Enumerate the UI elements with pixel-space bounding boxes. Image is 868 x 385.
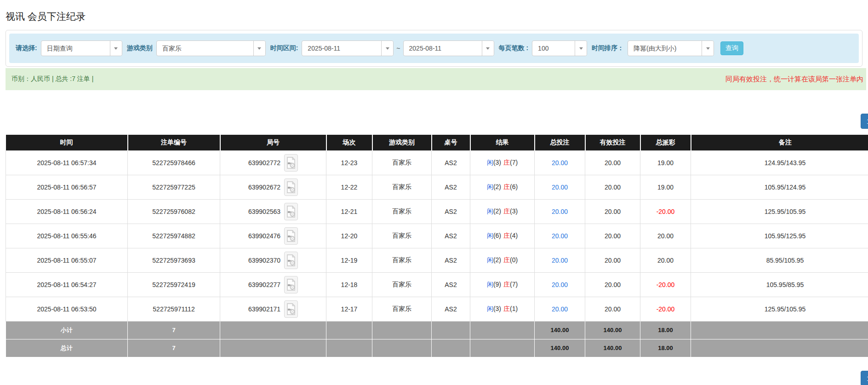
cell-bet-id: 522725976082 [128, 199, 220, 224]
grand-total-total-bet: 140.00 [535, 339, 585, 357]
cell-table-no: AS2 [432, 224, 470, 248]
video-replay-button[interactable] [284, 227, 298, 245]
result-player-count: (2) [493, 256, 501, 264]
result-banker-count: (0) [510, 256, 518, 264]
cell-result: 闲(9)庄(7) [470, 272, 535, 297]
cell-round: 639902370 [220, 248, 326, 272]
empty-cell [220, 321, 326, 339]
cell-time: 2025-08-11 06:53:50 [6, 297, 128, 321]
summary-text: 币别：人民币 | 总共 :7 注单 | [11, 75, 93, 83]
result-banker-count: (7) [510, 159, 518, 166]
cell-bet-id: 522725974882 [128, 224, 220, 248]
result-player: 闲 [487, 305, 493, 312]
cell-game-type: 百家乐 [372, 248, 432, 272]
cell-table-no: AS2 [432, 272, 470, 297]
cell-round: 639902672 [220, 175, 326, 199]
cell-total-bet: 20.00 [535, 199, 585, 224]
empty-cell [326, 321, 372, 339]
chevron-down-icon [575, 41, 587, 56]
result-player: 闲 [487, 281, 493, 288]
cell-game-type: 百家乐 [372, 297, 432, 321]
sort-select[interactable]: 降冪(由大到小) [628, 40, 714, 56]
video-replay-button[interactable] [284, 154, 298, 172]
result-player: 闲 [487, 232, 493, 239]
cell-round: 639902171 [220, 297, 326, 321]
date-to-input[interactable]: 2025-08-11 [403, 40, 494, 56]
date-separator: ~ [396, 45, 400, 52]
cell-payout: -20.00 [640, 297, 691, 321]
pagination-page-1[interactable]: 1 [861, 371, 868, 385]
sort-value: 降冪(由大到小) [628, 41, 702, 56]
table-row: 2025-08-11 06:55:07 522725973693 6399023… [6, 248, 868, 272]
game-type-select[interactable]: 百家乐 [156, 40, 266, 56]
cell-valid-bet: 20.00 [585, 272, 640, 297]
result-banker: 庄 [503, 159, 510, 166]
table-row: 2025-08-11 06:55:46 522725974882 6399024… [6, 224, 868, 248]
column-header: 局号 [220, 135, 326, 150]
date-from-input[interactable]: 2025-08-11 [302, 40, 394, 56]
cell-bet-id: 522725972419 [128, 272, 220, 297]
column-header: 时间 [6, 135, 128, 150]
table-row: 2025-08-11 06:56:24 522725976082 6399025… [6, 199, 868, 224]
cell-table-no: AS2 [432, 297, 470, 321]
column-header: 注单编号 [128, 135, 220, 150]
result-player-count: (2) [493, 207, 501, 215]
per-page-value: 100 [532, 41, 575, 56]
round-number: 639902672 [248, 184, 280, 191]
result-player-count: (9) [493, 281, 501, 288]
pagination-page-1[interactable]: 1 [861, 114, 868, 129]
total-bet-link[interactable]: 20.00 [552, 159, 568, 167]
round-number: 639902563 [248, 208, 280, 215]
cell-table-no: AS2 [432, 248, 470, 272]
subtotal-payout: 18.00 [640, 321, 691, 339]
cell-round: 639902772 [220, 150, 326, 175]
sort-label: 时间排序： [592, 44, 624, 52]
subtotal-label: 小计 [6, 321, 128, 339]
total-bet-link[interactable]: 20.00 [552, 281, 568, 288]
table-row: 2025-08-11 06:53:50 522725971112 6399021… [6, 297, 868, 321]
empty-cell [691, 339, 868, 357]
filter-panel: 请选择: 日期查询 游戏类别 百家乐 时间区间: 2025-08-11 ~ 20… [6, 30, 862, 67]
video-file-icon [286, 230, 296, 242]
video-file-icon [286, 157, 296, 169]
video-replay-button[interactable] [284, 178, 298, 196]
cell-result: 闲(6)庄(4) [470, 224, 535, 248]
video-file-icon [286, 206, 296, 218]
cell-total-bet: 20.00 [535, 248, 585, 272]
cell-table-no: AS2 [432, 175, 470, 199]
cell-remark: 105.95/85.95 [691, 272, 868, 297]
video-file-icon [286, 181, 296, 193]
total-bet-link[interactable]: 20.00 [552, 257, 568, 264]
result-player: 闲 [487, 207, 493, 215]
round-number: 639902476 [248, 232, 280, 240]
cell-time: 2025-08-11 06:57:34 [6, 150, 128, 175]
result-banker: 庄 [503, 232, 510, 239]
column-header: 备注 [691, 135, 868, 150]
video-replay-button[interactable] [284, 300, 298, 318]
table-row: 2025-08-11 06:54:27 522725972419 6399022… [6, 272, 868, 297]
video-replay-button[interactable] [284, 276, 298, 293]
total-bet-link[interactable]: 20.00 [552, 305, 568, 313]
empty-cell [470, 321, 535, 339]
video-replay-button[interactable] [284, 203, 298, 220]
grand-total-valid-bet: 140.00 [585, 339, 640, 357]
query-type-select[interactable]: 日期查询 [41, 40, 122, 56]
result-player-count: (3) [493, 159, 501, 166]
cell-valid-bet: 20.00 [585, 175, 640, 199]
per-page-select[interactable]: 100 [532, 40, 587, 56]
video-file-icon [286, 303, 296, 315]
total-bet-link[interactable]: 20.00 [552, 232, 568, 240]
filter-bar: 请选择: 日期查询 游戏类别 百家乐 时间区间: 2025-08-11 ~ 20… [9, 34, 859, 63]
page: 视讯 会员下注纪录 请选择: 日期查询 游戏类别 百家乐 时间区间: 2025-… [0, 10, 868, 385]
chevron-down-icon [381, 41, 393, 56]
total-bet-link[interactable]: 20.00 [552, 208, 568, 215]
table-row: 2025-08-11 06:57:34 522725978466 6399027… [6, 150, 868, 175]
cell-total-bet: 20.00 [535, 297, 585, 321]
cell-valid-bet: 20.00 [585, 297, 640, 321]
cell-game-type: 百家乐 [372, 150, 432, 175]
video-replay-button[interactable] [284, 252, 298, 269]
round-number: 639902370 [248, 257, 280, 264]
total-bet-link[interactable]: 20.00 [552, 184, 568, 191]
search-button[interactable]: 查询 [720, 41, 743, 55]
empty-cell [372, 339, 432, 357]
